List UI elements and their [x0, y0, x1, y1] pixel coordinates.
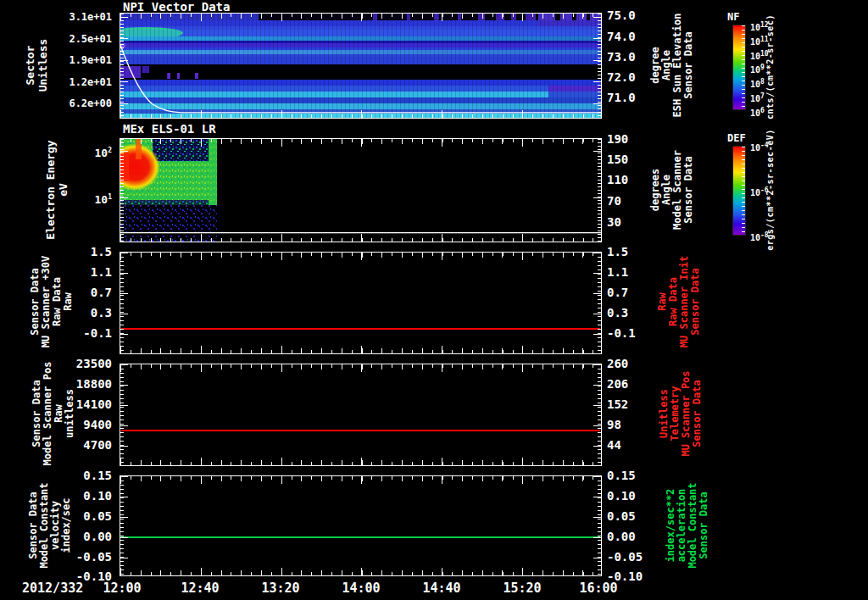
- x-major-ticks: [120, 14, 601, 21]
- y-major-ticks: [120, 476, 128, 575]
- colorbar-def-units: ergs/(cm**2-sr-sec-eV): [765, 126, 776, 253]
- x-major-ticks: [120, 110, 601, 118]
- colorbar-nf: [732, 25, 746, 110]
- y-major-tick: [120, 197, 128, 198]
- y-tick-label: 101: [47, 192, 112, 203]
- y-tick-label: 0.05: [47, 510, 112, 522]
- x-axis-tick-label: 16:00: [571, 581, 626, 596]
- y-tick-label: 1.2e+01: [47, 76, 112, 88]
- panel5-right-axis-label: index/sec**2acceleration Model ConstantS…: [665, 470, 709, 581]
- y-tick-label: 0.00: [47, 531, 112, 542]
- x-major-ticks: [120, 346, 601, 353]
- colorbar-ticks: [742, 25, 745, 109]
- x-axis-tick-label: 12:00: [95, 581, 149, 596]
- panel3-line-plot: [120, 252, 602, 354]
- plot-canvas: NPI Vector Data: [0, 0, 868, 600]
- y-major-tick: [120, 151, 128, 152]
- y-tick-label: 1.9e+01: [47, 54, 112, 66]
- panel3-y-axis-label: Sensor DataMU Scanner +30V Raw DataRaw: [30, 247, 74, 357]
- y-major-tick: [593, 197, 601, 198]
- x-axis-date-label: 2012/332: [22, 581, 107, 596]
- y-tick-label: 0.3: [47, 307, 112, 319]
- npi-heatmap-image: [120, 14, 601, 118]
- x-major-ticks: [120, 139, 601, 147]
- y-tick-label: 3.1e+01: [47, 11, 112, 23]
- x-major-ticks: [120, 476, 601, 484]
- y-tick-label: 23500: [47, 358, 112, 369]
- y-major-ticks: [120, 14, 128, 118]
- panel2-title: MEx ELS-01 LR: [123, 122, 216, 136]
- panel1-npi-spectrogram: [120, 13, 602, 119]
- colorbar-def: [732, 146, 746, 236]
- panel3-right-axis-label: RawRaw Data MU Scanner InitSensor Data: [657, 247, 701, 357]
- y-tick-label: 1.1: [47, 266, 112, 278]
- panel5-line-plot: [120, 475, 602, 576]
- y-tick-label: 0.15: [47, 469, 112, 481]
- y-major-tick: [593, 151, 601, 152]
- x-axis-tick-label: 14:40: [415, 581, 469, 596]
- y-tick-label: -0.05: [47, 551, 112, 563]
- mu-scanner-30v-trace: [121, 328, 600, 330]
- y-minor-ticks: [120, 139, 124, 242]
- panel2-right-axis-label: degreesAngle Model ScannerSensor Data: [650, 135, 694, 245]
- els-heatmap-image: [120, 139, 601, 242]
- colorbar-nf-units: cnts/(cm**2-sr-sec): [765, 3, 776, 131]
- y-tick-label: 6.2e+00: [47, 97, 112, 109]
- panel5-y-axis-label: Sensor DataModel Constant velocityindex/…: [28, 470, 72, 581]
- y-tick-label: 18800: [47, 378, 112, 390]
- panel4-y-axis-label: Sensor DataModel Scanner Pos Rawunitless: [31, 358, 75, 469]
- panel1-title: NPI Vector Data: [123, 0, 230, 14]
- y-tick-label: 0.15: [607, 469, 675, 481]
- x-axis-tick-label: 15:20: [495, 581, 549, 596]
- model-scanner-pos-trace: [121, 430, 600, 431]
- panel1-right-axis-label: degreeAngle ESH Sun ElevationSensor Data: [650, 10, 694, 120]
- y-tick-label: -0.1: [47, 327, 112, 339]
- x-axis-tick-label: 14:00: [334, 581, 388, 596]
- x-major-ticks: [120, 253, 601, 260]
- colorbar-ticks: [742, 147, 745, 235]
- y-major-ticks: [120, 364, 128, 465]
- y-tick-label: 9400: [47, 419, 112, 431]
- y-tick-label: 0.10: [47, 490, 112, 502]
- panel4-line-plot: [120, 364, 602, 466]
- y-tick-label: 1.5: [47, 246, 112, 258]
- y-major-ticks: [593, 476, 601, 575]
- x-major-ticks: [120, 568, 601, 575]
- model-constant-velocity-trace: [121, 536, 600, 538]
- panel1-y-axis-label: SectorUnitless: [24, 10, 49, 120]
- y-tick-label: 102: [47, 145, 112, 157]
- y-tick-label: 0.7: [47, 286, 112, 298]
- y-tick-label: 2.5e+01: [47, 33, 112, 45]
- y-minor-ticks: [598, 139, 601, 242]
- x-axis-tick-label: 12:40: [173, 581, 227, 596]
- x-major-ticks: [120, 458, 601, 465]
- panel4-right-axis-label: UnitlessTelemetry MU Scanner PosSensor D…: [659, 358, 703, 469]
- y-tick-label: 14100: [47, 398, 112, 410]
- y-tick-label: 4700: [47, 439, 112, 451]
- y-major-ticks: [593, 253, 601, 353]
- y-major-ticks: [120, 253, 128, 353]
- x-axis-tick-label: 13:20: [253, 581, 308, 596]
- x-major-ticks: [120, 234, 601, 242]
- x-major-ticks: [120, 364, 601, 372]
- y-major-ticks: [593, 14, 601, 118]
- panel2-els-spectrogram: [120, 138, 602, 242]
- y-major-ticks: [593, 364, 601, 465]
